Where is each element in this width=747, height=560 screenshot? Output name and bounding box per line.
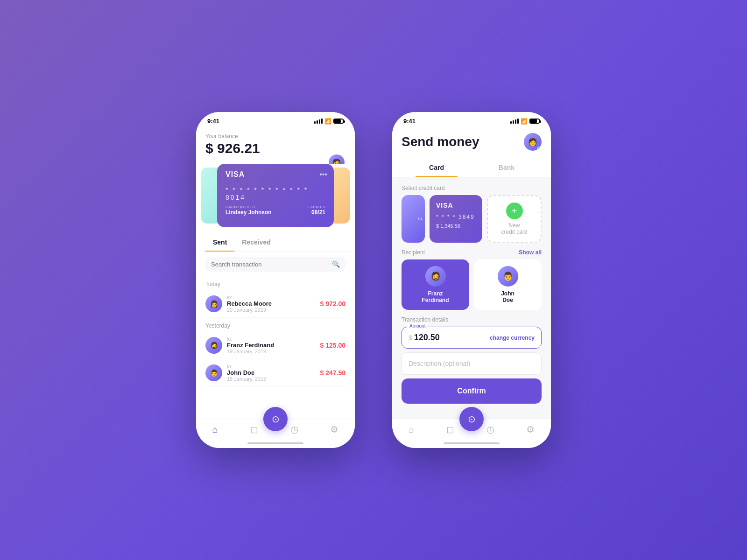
dollar-sign: $ [409, 334, 412, 342]
bottom-nav-1: ⌂ ◻ ⊙ ◷ ⚙ [196, 419, 355, 442]
phone-2-content: Send money 🧑 Card Bank Select credit car… [392, 127, 551, 448]
amount-input-wrap: Amount $ 120.50 change currency [402, 327, 542, 349]
recipient-section: Recipient Show all 🧔 Franz Ferdinand [402, 249, 542, 310]
home-icon[interactable]: ⌂ [212, 424, 218, 435]
time-1: 9:41 [207, 118, 219, 125]
yesterday-label: Yesterday [205, 318, 345, 332]
tab-sent[interactable]: Sent [205, 233, 234, 252]
tx-amount-2: $ 125.00 [320, 342, 346, 349]
to-label-2: to: [227, 336, 320, 342]
cards-select-row: 14 VISA * * * * 3849 $ 1,345.56 + [402, 195, 542, 243]
tab-card[interactable]: Card [402, 158, 472, 177]
time-2: 9:41 [403, 118, 416, 125]
new-card-label: New credit card [501, 222, 527, 235]
card-holder-name: Lindsey Johnson [226, 209, 272, 216]
change-currency-link[interactable]: change currency [490, 335, 535, 341]
search-icon: 🔍 [332, 260, 340, 268]
card-holder-label: CARD HOLDER [226, 205, 272, 209]
rec-avatar-franz: 🧔 [425, 266, 446, 287]
status-icons-1: 📶 [314, 118, 344, 125]
send-tabs: Card Bank [392, 158, 551, 177]
confirm-button[interactable]: Confirm [402, 378, 542, 404]
tx-date-1: 20 January, 2019 [227, 307, 320, 313]
history-icon[interactable]: ◷ [290, 424, 298, 435]
home-icon-2[interactable]: ⌂ [408, 424, 414, 435]
fab-button-2[interactable]: ⊙ [459, 407, 484, 431]
expires-value: 08/21 [308, 209, 325, 216]
tx-amount-3: $ 247.50 [320, 369, 346, 377]
tx-name-3: John Doe [227, 369, 320, 376]
user-avatar-2[interactable]: 🧑 [524, 133, 542, 151]
recipient-label: Recipient [402, 249, 425, 256]
recipients-row: 🧔 Franz Ferdinand 👨 John Doe [402, 259, 542, 310]
to-label-3: to: [227, 364, 320, 369]
main-credit-card[interactable]: VISA ••• * * * * * * * * * * * * 8014 CA… [217, 164, 334, 227]
new-card-option[interactable]: + New credit card [487, 195, 542, 243]
history-icon-2[interactable]: ◷ [486, 424, 494, 435]
tx-name-2: Franz Ferdinand [227, 342, 320, 349]
tx-info-rebecca: to: Rebecca Moore 20 January, 2019 [227, 295, 320, 313]
balance-label: Your balance [205, 133, 345, 140]
recipient-franz[interactable]: 🧔 Franz Ferdinand [402, 259, 469, 310]
description-input-wrap[interactable]: Description (optional) [402, 352, 542, 375]
tx-info-john: to: John Doe 18 January, 2019 [227, 364, 320, 382]
amount-row: $ 120.50 change currency [409, 333, 535, 343]
show-all-link[interactable]: Show all [519, 249, 542, 256]
home-indicator-2 [444, 442, 500, 444]
search-section: 🔍 [196, 252, 355, 276]
wifi-icon-2: 📶 [521, 118, 528, 125]
phone-1-content: Your balance $ 926.21 🧑 VISA ••• * * * *… [196, 127, 355, 448]
tx-amount-1: $ 972.00 [320, 300, 346, 308]
camera-icon-1: ⊙ [272, 413, 280, 425]
select-card-section: Select credit card 14 VISA * * * * 3849 … [402, 185, 542, 243]
transaction-item[interactable]: 👩 to: Rebecca Moore 20 January, 2019 $ 9… [205, 290, 345, 318]
phone-2: 9:41 📶 Send money 🧑 Card Bank [392, 112, 551, 448]
status-bar-2: 9:41 📶 [392, 112, 551, 127]
to-label-1: to: [227, 295, 320, 300]
add-card-button[interactable]: + [506, 203, 523, 219]
transaction-item[interactable]: 👨 to: John Doe 18 January, 2019 $ 247.50 [205, 359, 345, 387]
wallet-icon-2[interactable]: ◻ [446, 424, 454, 435]
card-menu-btn[interactable]: ••• [319, 170, 327, 179]
bottom-nav-2: ⌂ ◻ ⊙ ◷ ⚙ [392, 419, 551, 442]
tx-details-section: Transaction details Amount $ 120.50 chan… [402, 316, 542, 404]
partial-number: 14 [417, 217, 423, 221]
card-partial-left[interactable]: 14 [402, 195, 425, 243]
amount-floating-label: Amount [408, 323, 427, 329]
transaction-item[interactable]: 🧔 to: Franz Ferdinand 19 January, 2019 $… [205, 332, 345, 359]
tab-bank[interactable]: Bank [472, 158, 542, 177]
expires-label: EXPIRES [308, 205, 325, 209]
status-icons-2: 📶 [510, 118, 540, 125]
tab-received[interactable]: Received [234, 233, 278, 252]
amount-value[interactable]: 120.50 [414, 333, 490, 343]
recipient-john[interactable]: 👨 John Doe [474, 259, 542, 310]
tx-date-3: 18 January, 2019 [227, 376, 320, 382]
status-bar-1: 9:41 📶 [196, 112, 355, 127]
recipient-header: Recipient Show all [402, 249, 542, 256]
send-content: Select credit card 14 VISA * * * * 3849 … [392, 177, 551, 419]
online-dot-2 [537, 147, 541, 150]
card-brand-1: VISA [226, 170, 245, 179]
fab-button-1[interactable]: ⊙ [263, 407, 288, 431]
tx-details-label: Transaction details [402, 316, 542, 323]
tx-date-2: 19 January, 2019 [227, 349, 320, 354]
visa-brand-2: VISA [436, 202, 476, 209]
transaction-tabs: Sent Received [196, 233, 355, 252]
description-placeholder: Description (optional) [409, 360, 470, 367]
rec-name-franz: Franz Ferdinand [422, 290, 449, 303]
visa-card-option[interactable]: VISA * * * * 3849 $ 1,345.56 [430, 195, 482, 243]
rec-avatar-john: 👨 [498, 266, 518, 287]
phone-1: 9:41 📶 Your balance $ 926.21 🧑 [196, 112, 355, 448]
send-header: Send money 🧑 [392, 127, 551, 158]
wifi-icon: 📶 [324, 118, 331, 125]
tx-avatar-franz: 🧔 [205, 337, 222, 354]
plus-icon: + [512, 206, 517, 217]
tx-name-1: Rebecca Moore [227, 300, 320, 307]
balance-amount: $ 926.21 [205, 140, 345, 156]
search-input[interactable] [211, 261, 328, 268]
settings-icon-2[interactable]: ⚙ [526, 424, 535, 435]
settings-icon[interactable]: ⚙ [330, 424, 338, 435]
select-card-label: Select credit card [402, 185, 542, 191]
wallet-icon[interactable]: ◻ [250, 424, 258, 435]
visa-number-2: * * * * 3849 [436, 214, 476, 220]
